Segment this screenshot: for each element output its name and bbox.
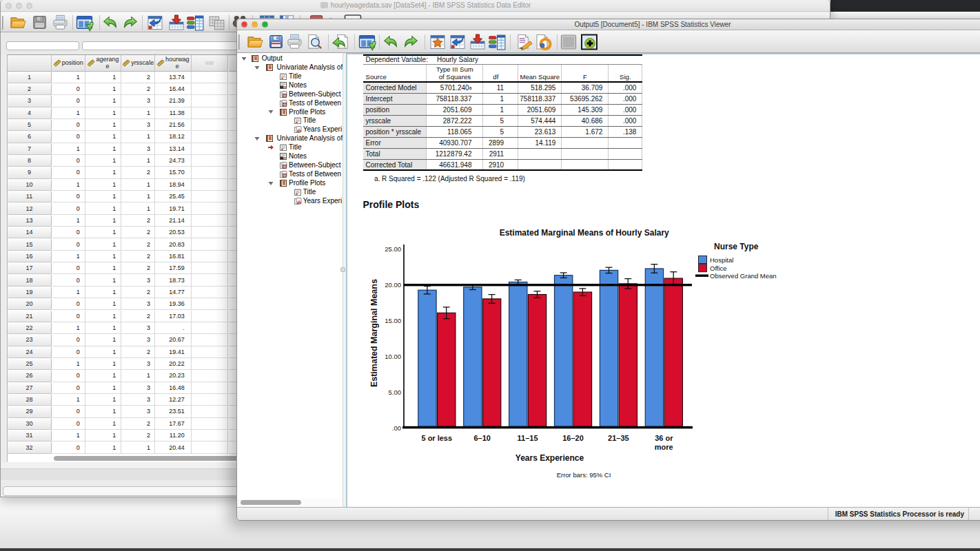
svg-text:more: more bbox=[655, 443, 673, 451]
svg-text:Years Experience: Years Experience bbox=[515, 453, 584, 463]
svg-text:5 or less: 5 or less bbox=[421, 434, 452, 442]
svg-text:Hospital: Hospital bbox=[710, 256, 733, 264]
svg-text:15.00: 15.00 bbox=[385, 317, 401, 324]
svg-text:Nurse Type: Nurse Type bbox=[714, 242, 759, 251]
svg-text:Estimated Marginal Means of Ho: Estimated Marginal Means of Hourly Salar… bbox=[500, 228, 669, 238]
svg-text:11–15: 11–15 bbox=[518, 434, 538, 442]
svg-text:16–20: 16–20 bbox=[562, 434, 584, 442]
svg-text:20.00: 20.00 bbox=[385, 281, 401, 289]
svg-text:Error bars: 95% CI: Error bars: 95% CI bbox=[557, 471, 611, 479]
svg-text:Office: Office bbox=[710, 264, 727, 272]
svg-text:5.00: 5.00 bbox=[389, 388, 402, 396]
svg-text:25.00: 25.00 bbox=[385, 245, 401, 253]
svg-text:Observed Grand Mean: Observed Grand Mean bbox=[710, 272, 777, 280]
svg-text:6–10: 6–10 bbox=[473, 434, 490, 442]
svg-text:Estimated Marginal Means: Estimated Marginal Means bbox=[369, 279, 379, 387]
svg-text:.00: .00 bbox=[392, 424, 401, 432]
svg-text:21–35: 21–35 bbox=[608, 434, 629, 442]
svg-text:36 or: 36 or bbox=[655, 434, 673, 442]
svg-text:10.00: 10.00 bbox=[385, 353, 401, 360]
